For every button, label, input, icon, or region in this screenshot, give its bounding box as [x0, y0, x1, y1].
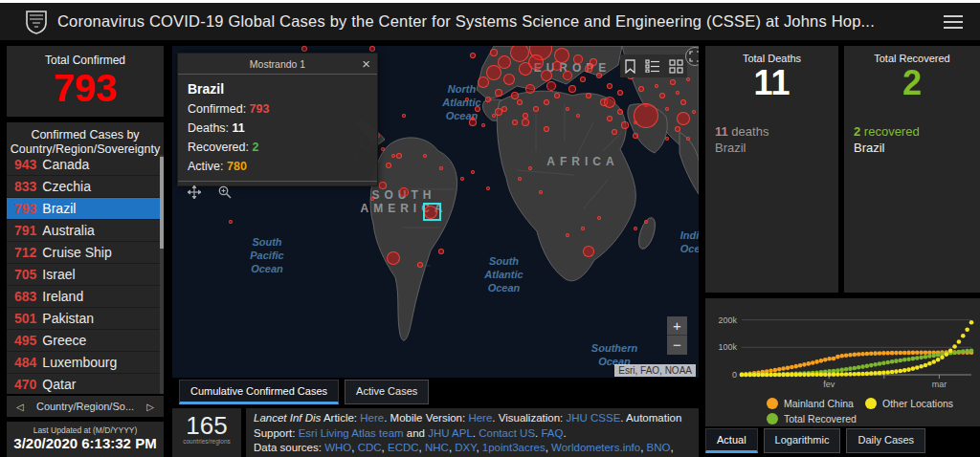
case-bubble[interactable] — [655, 84, 658, 88]
case-bubble[interactable] — [475, 106, 480, 112]
case-bubble[interactable] — [686, 77, 690, 81]
zoom-to-icon[interactable] — [218, 185, 232, 199]
case-bubble[interactable] — [465, 98, 469, 101]
country-row[interactable]: 495Greece — [7, 330, 164, 352]
case-bubble[interactable] — [517, 99, 523, 105]
close-icon[interactable]: × — [362, 54, 370, 75]
footer-link[interactable]: FAQ — [541, 427, 563, 439]
case-bubble[interactable] — [417, 262, 423, 268]
footer-link[interactable]: Esri Living Atlas team — [299, 427, 404, 439]
case-bubble[interactable] — [686, 137, 690, 141]
case-bubble[interactable] — [546, 81, 556, 91]
case-bubble[interactable] — [518, 177, 522, 181]
case-bubble[interactable] — [563, 71, 572, 80]
tab-actual[interactable]: Actual — [705, 428, 758, 453]
case-bubble[interactable] — [583, 246, 594, 257]
case-bubble[interactable] — [576, 114, 580, 118]
case-bubble[interactable] — [644, 220, 648, 224]
case-bubble[interactable] — [522, 119, 529, 126]
case-bubble[interactable] — [638, 86, 644, 92]
case-bubble[interactable] — [391, 154, 395, 158]
case-bubble[interactable] — [607, 83, 612, 89]
case-bubble[interactable] — [381, 147, 385, 151]
case-bubble[interactable] — [495, 108, 502, 116]
case-bubble[interactable] — [511, 92, 519, 99]
expand-icon[interactable] — [685, 47, 699, 66]
footer-link[interactable]: WHO — [324, 442, 351, 453]
case-bubble[interactable] — [573, 54, 583, 64]
footer-link[interactable]: JHU CSSE — [566, 412, 620, 424]
move-icon[interactable] — [188, 185, 201, 199]
case-bubble[interactable] — [621, 121, 629, 129]
case-bubble[interactable] — [541, 70, 552, 81]
footer-link[interactable]: Here — [468, 412, 492, 424]
legend-item[interactable]: Other Locations — [865, 398, 953, 409]
case-bubble[interactable] — [490, 49, 498, 56]
case-bubble[interactable] — [675, 126, 680, 132]
case-bubble[interactable] — [387, 251, 400, 265]
zoom-out-button[interactable]: − — [667, 336, 687, 355]
case-bubble[interactable] — [460, 177, 464, 181]
case-bubble[interactable] — [369, 46, 375, 52]
case-bubble[interactable] — [486, 186, 490, 190]
case-bubble[interactable] — [525, 84, 535, 94]
case-bubble[interactable] — [544, 99, 549, 105]
case-bubble[interactable] — [566, 233, 569, 237]
country-row[interactable]: 833Czechia — [7, 176, 164, 198]
case-bubble[interactable] — [485, 97, 491, 102]
footer-link[interactable]: 1point3acres — [482, 442, 546, 453]
legend-list-icon[interactable] — [645, 59, 660, 73]
footer-link[interactable]: DXY — [455, 442, 476, 453]
country-row[interactable]: 793Brazil — [7, 198, 164, 220]
case-bubble[interactable] — [471, 170, 475, 174]
footer-link[interactable]: BNO — [647, 442, 671, 453]
case-bubble[interactable] — [495, 89, 502, 97]
case-bubble[interactable] — [604, 97, 615, 108]
pager-next-icon[interactable]: ▷ — [146, 402, 154, 412]
case-bubble[interactable] — [386, 163, 391, 168]
case-bubble[interactable] — [512, 120, 518, 125]
case-bubble[interactable] — [692, 110, 696, 114]
case-bubble[interactable] — [486, 65, 501, 80]
tab-cumulative-confirmed-cases[interactable]: Cumulative Confirmed Cases — [179, 380, 339, 404]
popup-titlebar[interactable]: Mostrando 1 × — [178, 54, 377, 75]
case-bubble[interactable] — [469, 119, 477, 126]
case-bubble[interactable] — [676, 91, 679, 95]
case-bubble[interactable] — [539, 190, 543, 194]
case-bubble[interactable] — [528, 166, 532, 170]
case-bubble[interactable] — [634, 227, 637, 230]
case-bubble[interactable] — [544, 126, 549, 132]
case-bubble[interactable] — [590, 58, 597, 66]
tab-logarithmic[interactable]: Logarithmic — [764, 428, 841, 453]
case-bubble[interactable] — [438, 249, 444, 254]
case-bubble[interactable] — [566, 107, 569, 111]
case-bubble[interactable] — [586, 93, 591, 98]
hamburger-menu-icon[interactable] — [944, 15, 963, 29]
case-bubble[interactable] — [633, 133, 638, 139]
deaths-list-item[interactable]: 11 deaths Brazil — [715, 123, 838, 156]
country-row[interactable]: 501Pakistan — [7, 308, 164, 330]
case-bubble[interactable] — [533, 106, 539, 112]
case-bubble[interactable] — [634, 103, 658, 128]
recovered-list-item[interactable]: 2 recovered Brazil — [854, 123, 980, 156]
case-bubble[interactable] — [399, 187, 409, 197]
case-bubble[interactable] — [665, 137, 669, 141]
legend-item[interactable]: Mainland China — [767, 398, 854, 409]
case-bubble[interactable] — [677, 112, 690, 125]
country-row[interactable]: 470Qatar — [7, 374, 164, 394]
case-bubble[interactable] — [607, 116, 612, 121]
tab-active-cases[interactable]: Active Cases — [345, 380, 429, 404]
world-map[interactable]: North Atlantic OceanSouth Pacific OceanS… — [172, 46, 699, 378]
case-bubble[interactable] — [659, 93, 665, 98]
basemap-grid-icon[interactable] — [669, 59, 683, 74]
bookmark-icon[interactable] — [624, 59, 636, 74]
case-bubble[interactable] — [665, 107, 669, 111]
case-bubble[interactable] — [612, 129, 617, 135]
case-bubble[interactable] — [597, 216, 601, 220]
case-bubble[interactable] — [552, 61, 562, 71]
case-bubble[interactable] — [503, 74, 515, 85]
case-bubble[interactable] — [680, 99, 686, 105]
country-row[interactable]: 705Israel — [7, 264, 164, 286]
case-bubble[interactable] — [423, 154, 427, 158]
case-bubble[interactable] — [481, 123, 485, 127]
